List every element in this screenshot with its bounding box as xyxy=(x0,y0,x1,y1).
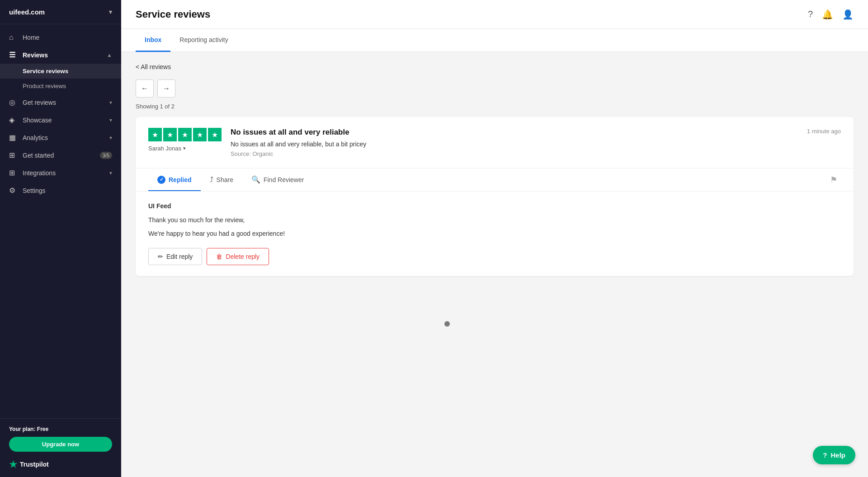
action-tab-replied[interactable]: ✓ Replied xyxy=(148,169,201,191)
star-4: ★ xyxy=(193,128,207,141)
help-button[interactable]: ? Help xyxy=(813,446,855,464)
notification-bell-icon[interactable]: 🔔 xyxy=(822,9,833,20)
sidebar-item-label: Get started xyxy=(23,152,54,159)
sidebar-item-label: Integrations xyxy=(23,169,56,177)
home-icon: ⌂ xyxy=(9,33,18,42)
sidebar-item-label: Home xyxy=(23,34,39,41)
next-arrow-button[interactable]: → xyxy=(157,80,175,98)
chevron-down-icon: ▾ xyxy=(109,99,112,106)
get-started-badge: 3/5 xyxy=(100,152,112,159)
trustpilot-logo: ★ Trustpilot xyxy=(9,459,112,470)
main-content: Service reviews ? 🔔 👤 Inbox Reporting ac… xyxy=(121,0,868,477)
sidebar-item-settings[interactable]: ⚙ Settings xyxy=(0,182,121,199)
prev-arrow-button[interactable]: ← xyxy=(136,80,154,98)
help-question-icon: ? xyxy=(823,451,827,459)
delete-reply-button[interactable]: 🗑 Delete reply xyxy=(207,248,269,265)
settings-icon: ⚙ xyxy=(9,186,18,195)
reply-text: Thank you so much for the review, We're … xyxy=(148,215,841,239)
get-started-icon: ⊞ xyxy=(9,151,18,159)
integrations-icon: ⊞ xyxy=(9,168,18,177)
reply-from: UI Feed xyxy=(148,202,841,210)
review-stars: ★ ★ ★ ★ ★ xyxy=(148,128,222,141)
chevron-down-icon: ▾ xyxy=(109,135,112,141)
edit-reply-button[interactable]: ✏ Edit reply xyxy=(148,248,202,265)
chevron-down-icon: ▾ xyxy=(109,117,112,123)
brand-chevron-icon: ▾ xyxy=(109,9,112,15)
back-link[interactable]: < All reviews xyxy=(136,63,171,70)
review-body: No issues at all and very reliable No is… xyxy=(231,128,798,157)
review-card: ★ ★ ★ ★ ★ Sarah Jonas ▾ No issues at xyxy=(136,117,854,276)
review-timestamp: 1 minute ago xyxy=(807,128,841,135)
sidebar-item-label: Settings xyxy=(23,187,46,194)
star-3: ★ xyxy=(178,128,192,141)
edit-icon: ✏ xyxy=(158,253,163,260)
tab-reporting[interactable]: Reporting activity xyxy=(170,29,237,52)
reviews-icon: ☰ xyxy=(9,51,18,59)
chevron-down-icon: ▾ xyxy=(109,170,112,176)
content-area: < All reviews ← → Showing 1 of 2 ★ ★ ★ ★… xyxy=(121,52,868,287)
reply-line-1: Thank you so much for the review, xyxy=(148,215,841,225)
reviewer-chevron-icon: ▾ xyxy=(183,145,186,151)
sub-nav-label: Service reviews xyxy=(23,68,68,75)
reply-section: UI Feed Thank you so much for the review… xyxy=(136,192,854,276)
topbar-icons: ? 🔔 👤 xyxy=(808,9,854,20)
action-tab-find-reviewer[interactable]: 🔍 Find Reviewer xyxy=(242,169,313,191)
sidebar-item-product-reviews[interactable]: Product reviews xyxy=(0,79,121,94)
sidebar-brand[interactable]: uifeed.com ▾ xyxy=(0,0,121,24)
star-1: ★ xyxy=(148,128,162,141)
sidebar-item-home[interactable]: ⌂ Home xyxy=(0,29,121,46)
tabs-bar: Inbox Reporting activity xyxy=(121,29,868,52)
action-tabs: ✓ Replied ⤴ Share 🔍 Find Reviewer ⚑ xyxy=(136,168,854,192)
get-reviews-icon: ◎ xyxy=(9,98,18,107)
review-source: Source: Organic xyxy=(231,150,798,157)
trash-icon: 🗑 xyxy=(216,253,222,260)
sub-nav-label: Product reviews xyxy=(23,83,66,89)
analytics-icon: ▦ xyxy=(9,133,18,142)
trustpilot-star-icon: ★ xyxy=(9,459,17,470)
sidebar-item-analytics[interactable]: ▦ Analytics ▾ xyxy=(0,129,121,146)
review-text: No issues at all and very reliable, but … xyxy=(231,140,798,148)
sidebar-item-reviews[interactable]: ☰ Reviews ▲ xyxy=(0,46,121,64)
flag-icon[interactable]: ⚑ xyxy=(826,168,841,191)
page-title: Service reviews xyxy=(136,9,210,20)
brand-name: uifeed.com xyxy=(9,8,45,16)
sidebar-item-integrations[interactable]: ⊞ Integrations ▾ xyxy=(0,164,121,182)
help-circle-icon[interactable]: ? xyxy=(808,9,813,19)
plan-text: Your plan: Free xyxy=(9,426,112,432)
review-left: ★ ★ ★ ★ ★ Sarah Jonas ▾ xyxy=(148,128,222,155)
nav-arrows: ← → xyxy=(136,80,854,98)
sidebar-item-get-reviews[interactable]: ◎ Get reviews ▾ xyxy=(0,94,121,111)
star-2: ★ xyxy=(163,128,177,141)
sidebar-item-label: Get reviews xyxy=(23,99,56,106)
plan-value: Free xyxy=(37,426,48,432)
tab-inbox[interactable]: Inbox xyxy=(136,29,170,52)
topbar: Service reviews ? 🔔 👤 xyxy=(121,0,868,29)
find-reviewer-icon: 🔍 xyxy=(251,175,260,184)
showing-count: Showing 1 of 2 xyxy=(136,103,854,110)
sidebar-item-label: Reviews xyxy=(23,51,48,59)
replied-check-icon: ✓ xyxy=(157,176,165,184)
chevron-up-icon: ▲ xyxy=(107,52,112,58)
sidebar-item-label: Showcase xyxy=(23,117,52,124)
showcase-icon: ◈ xyxy=(9,116,18,124)
sidebar-item-showcase[interactable]: ◈ Showcase ▾ xyxy=(0,111,121,129)
sidebar-footer: Your plan: Free Upgrade now ★ Trustpilot xyxy=(0,418,121,477)
sidebar-nav: ⌂ Home ☰ Reviews ▲ Service reviews Produ… xyxy=(0,24,121,418)
sidebar-item-service-reviews[interactable]: Service reviews xyxy=(0,64,121,79)
review-header: ★ ★ ★ ★ ★ Sarah Jonas ▾ No issues at xyxy=(136,117,854,168)
upgrade-button[interactable]: Upgrade now xyxy=(9,437,112,452)
reviewer-name[interactable]: Sarah Jonas ▾ xyxy=(148,145,222,152)
star-5: ★ xyxy=(208,128,222,141)
sidebar-item-get-started[interactable]: ⊞ Get started 3/5 xyxy=(0,146,121,164)
sidebar-item-label: Analytics xyxy=(23,134,48,141)
reply-actions: ✏ Edit reply 🗑 Delete reply xyxy=(148,248,841,265)
user-avatar-icon[interactable]: 👤 xyxy=(842,9,854,20)
trustpilot-label: Trustpilot xyxy=(20,461,49,468)
review-title: No issues at all and very reliable xyxy=(231,128,798,137)
share-icon: ⤴ xyxy=(210,176,213,184)
action-tab-share[interactable]: ⤴ Share xyxy=(201,169,242,191)
reply-line-2: We're happy to hear you had a good exper… xyxy=(148,229,841,238)
sidebar: uifeed.com ▾ ⌂ Home ☰ Reviews ▲ Service … xyxy=(0,0,121,477)
